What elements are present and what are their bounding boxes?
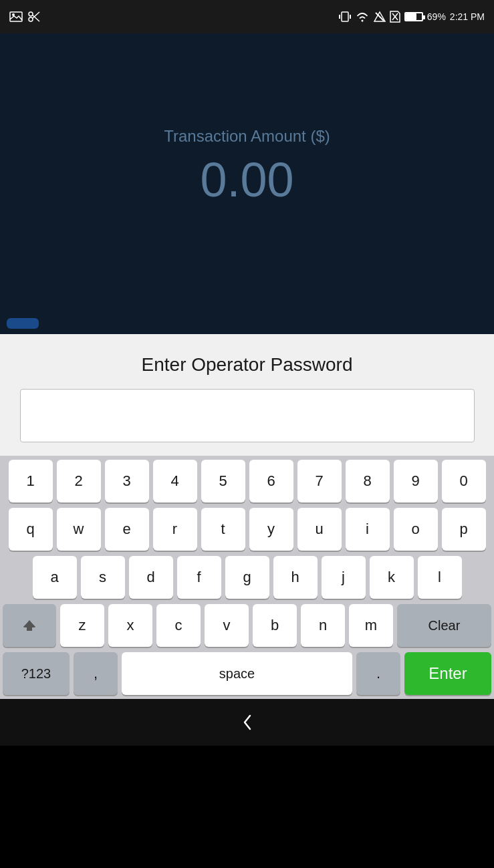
- key-d[interactable]: d: [129, 556, 173, 599]
- transaction-area: Transaction Amount ($) 0.00: [0, 33, 494, 301]
- clear-button[interactable]: Clear: [397, 604, 491, 647]
- key-x[interactable]: x: [108, 604, 152, 647]
- keyboard-row-asdf: a s d f g h j k l: [3, 556, 491, 599]
- nav-bar: [0, 699, 494, 746]
- keyboard-row-zxcv: z x c v b n m Clear: [3, 604, 491, 647]
- key-z[interactable]: z: [60, 604, 104, 647]
- no-sim-icon: [390, 11, 400, 23]
- svg-line-5: [33, 15, 40, 22]
- key-l[interactable]: l: [418, 556, 462, 599]
- enter-button[interactable]: Enter: [404, 652, 491, 695]
- signal-icon: [374, 11, 386, 23]
- vibrate-icon: [339, 10, 351, 23]
- status-bar: 69% 2:21 PM: [0, 0, 494, 33]
- keyboard: 1 2 3 4 5 6 7 8 9 0 q w e r t y u i o p …: [0, 456, 494, 699]
- wifi-icon: [355, 11, 370, 22]
- key-y[interactable]: y: [249, 508, 293, 551]
- key-1[interactable]: 1: [9, 460, 53, 502]
- key-u[interactable]: u: [297, 508, 342, 551]
- key-e[interactable]: e: [105, 508, 149, 551]
- battery-icon: [404, 12, 423, 21]
- key-h[interactable]: h: [273, 556, 318, 599]
- battery-fill: [406, 13, 417, 20]
- key-p[interactable]: p: [442, 508, 486, 551]
- key-q[interactable]: q: [9, 508, 53, 551]
- key-s[interactable]: s: [81, 556, 125, 599]
- status-right-icons: 69% 2:21 PM: [339, 10, 485, 23]
- key-space[interactable]: space: [122, 652, 352, 695]
- status-left-icons: [9, 11, 40, 23]
- keyboard-row-numbers: 1 2 3 4 5 6 7 8 9 0: [3, 460, 491, 502]
- key-6[interactable]: 6: [249, 460, 293, 502]
- key-o[interactable]: o: [394, 508, 438, 551]
- transaction-label: Transaction Amount ($): [164, 127, 330, 146]
- svg-rect-0: [10, 12, 22, 21]
- key-i[interactable]: i: [346, 508, 390, 551]
- key-0[interactable]: 0: [442, 460, 486, 502]
- key-c[interactable]: c: [156, 604, 201, 647]
- key-period[interactable]: .: [356, 652, 400, 695]
- key-n[interactable]: n: [301, 604, 345, 647]
- key-f[interactable]: f: [177, 556, 221, 599]
- back-arrow-icon: [238, 713, 257, 732]
- key-r[interactable]: r: [153, 508, 197, 551]
- image-icon: [9, 11, 23, 22]
- keyboard-row-qwerty: q w e r t y u i o p: [3, 508, 491, 551]
- status-time: 2:21 PM: [450, 11, 485, 22]
- key-b[interactable]: b: [253, 604, 297, 647]
- transaction-amount: 0.00: [200, 152, 293, 207]
- key-5[interactable]: 5: [201, 460, 245, 502]
- back-button[interactable]: [234, 709, 261, 736]
- key-8[interactable]: 8: [346, 460, 390, 502]
- scissors-icon: [28, 11, 40, 23]
- battery-percent: 69%: [427, 11, 446, 22]
- key-j[interactable]: j: [322, 556, 366, 599]
- key-comma[interactable]: ,: [74, 652, 118, 695]
- key-m[interactable]: m: [349, 604, 393, 647]
- key-w[interactable]: w: [57, 508, 101, 551]
- key-3[interactable]: 3: [105, 460, 149, 502]
- key-shift[interactable]: [3, 604, 56, 647]
- key-a[interactable]: a: [33, 556, 77, 599]
- key-g[interactable]: g: [225, 556, 269, 599]
- key-v[interactable]: v: [205, 604, 249, 647]
- password-input[interactable]: [20, 389, 475, 442]
- key-7[interactable]: 7: [297, 460, 342, 502]
- svg-line-4: [33, 12, 40, 19]
- key-t[interactable]: t: [201, 508, 245, 551]
- svg-marker-13: [23, 620, 35, 631]
- key-4[interactable]: 4: [153, 460, 197, 502]
- key-sym[interactable]: ?123: [3, 652, 70, 695]
- key-2[interactable]: 2: [57, 460, 101, 502]
- action-button[interactable]: [7, 318, 39, 329]
- svg-rect-6: [342, 12, 348, 21]
- dialog-title: Enter Operator Password: [142, 354, 353, 376]
- key-9[interactable]: 9: [394, 460, 438, 502]
- dialog-area: Enter Operator Password: [0, 334, 494, 456]
- button-area: [0, 301, 494, 334]
- key-k[interactable]: k: [370, 556, 414, 599]
- keyboard-row-bottom: ?123 , space . Enter: [3, 652, 491, 695]
